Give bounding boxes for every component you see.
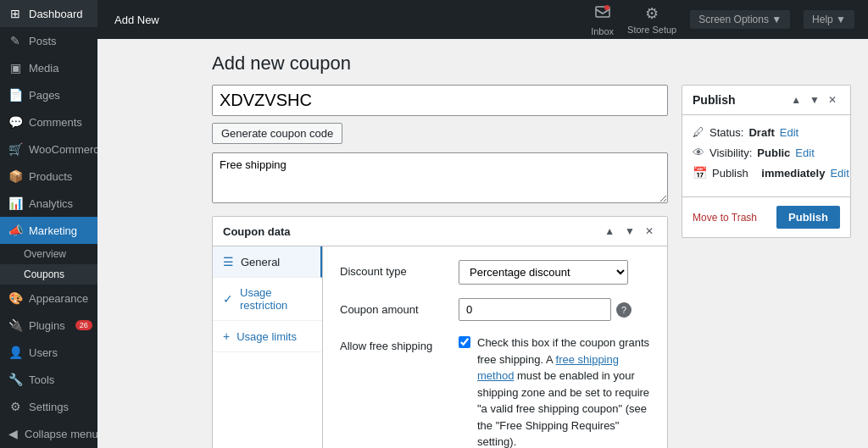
visibility-label: Visibility: [709, 147, 752, 159]
sidebar-item-posts[interactable]: ✎ Posts [0, 27, 97, 54]
sidebar-item-woocommerce[interactable]: 🛒 WooCommerce [0, 136, 97, 163]
publish-edit-link[interactable]: Edit [830, 167, 849, 180]
status-icon: 🖊 [693, 125, 704, 139]
marketing-icon: 📣 [8, 224, 22, 237]
sidebar-item-marketing[interactable]: 📣 Marketing [0, 217, 97, 244]
free-shipping-label: Allow free shipping [340, 335, 459, 352]
move-to-trash-link[interactable]: Move to Trash [693, 212, 757, 224]
analytics-icon: 📊 [8, 196, 22, 210]
description-textarea[interactable]: Free shipping [212, 152, 668, 203]
sidebar-item-label: Users [29, 346, 58, 359]
screen-options-button[interactable]: Screen Options ▼ [690, 10, 790, 29]
sidebar-item-label: Settings [29, 401, 69, 413]
store-setup-button[interactable]: ⚙ Store Setup [627, 4, 676, 35]
overview-label: Overview [24, 248, 66, 260]
tab-usage-restriction[interactable]: ✓ Usage restriction [213, 278, 322, 321]
usage-limits-icon: + [223, 329, 230, 343]
coupon-tabs: ☰ General ✓ Usage restriction + [213, 246, 323, 448]
appearance-icon: 🎨 [8, 291, 22, 305]
marketing-submenu: Overview Coupons [0, 244, 97, 285]
toggle-up-button[interactable]: ▲ [601, 224, 618, 239]
store-setup-icon: ⚙ [645, 4, 659, 23]
toggle-close-button[interactable]: ✕ [642, 224, 657, 239]
dashboard-icon: ⊞ [8, 7, 22, 20]
pages-icon: 📄 [8, 88, 22, 102]
inbox-button[interactable]: Inbox [591, 3, 614, 36]
sidebar-item-label: Appearance [29, 292, 88, 305]
free-shipping-row: Allow free shipping Check this box if th… [340, 335, 650, 448]
sidebar-item-label: Media [29, 62, 58, 75]
publish-toggle-down[interactable]: ▼ [806, 92, 823, 108]
sidebar-item-tools[interactable]: 🔧 Tools [0, 366, 97, 393]
usage-restriction-link[interactable]: Usage restriction [240, 286, 312, 312]
sidebar: ⊞ Dashboard ✎ Posts ▣ Media 📄 Pages 💬 Co… [0, 0, 97, 448]
status-edit-link[interactable]: Edit [780, 126, 798, 139]
discount-type-row: Discount type Percentage discount Fixed … [340, 260, 650, 285]
general-tab-icon: ☰ [223, 255, 234, 268]
discount-type-label: Discount type [340, 260, 459, 278]
sidebar-item-label: Comments [29, 116, 82, 129]
tab-general[interactable]: ☰ General [213, 246, 322, 278]
visibility-value: Public [757, 147, 790, 159]
publish-label: Publish [712, 167, 748, 180]
content-main: Generate coupon code Free shipping Coupo… [212, 85, 668, 448]
sidebar-item-plugins[interactable]: 🔌 Plugins 26 [0, 312, 97, 339]
publish-body: 🖊 Status: Draft Edit 👁 Visibility: Publi… [682, 115, 850, 196]
add-new-label: Add New [114, 14, 159, 26]
inbox-wrapper: Inbox [591, 3, 614, 36]
publish-toggle-up[interactable]: ▲ [787, 92, 804, 108]
settings-icon: ⚙ [8, 400, 22, 413]
publish-visibility-row: 👁 Visibility: Public Edit [693, 146, 840, 159]
tools-icon: 🔧 [8, 373, 22, 386]
publish-box-title: Publish [693, 93, 736, 107]
sidebar-item-collapse[interactable]: ◀ Collapse menu [0, 420, 97, 447]
sidebar-item-products[interactable]: 📦 Products [0, 163, 97, 190]
sidebar-item-appearance[interactable]: 🎨 Appearance [0, 285, 97, 312]
sidebar-item-label: Dashboard [29, 8, 83, 20]
free-shipping-check-row: Check this box if the coupon grants free… [459, 335, 650, 448]
sidebar-item-media[interactable]: ▣ Media [0, 54, 97, 81]
sidebar-item-pages[interactable]: 📄 Pages [0, 81, 97, 108]
coupon-data-box: Coupon data ▲ ▼ ✕ ☰ General [212, 216, 668, 448]
sidebar-item-label: Tools [29, 373, 54, 386]
sidebar-item-coupons[interactable]: Coupons [0, 264, 97, 285]
help-button[interactable]: Help ▼ [804, 10, 854, 29]
free-shipping-control: Check this box if the coupon grants free… [459, 335, 650, 448]
page-title: Add new coupon [212, 53, 851, 75]
visibility-edit-link[interactable]: Edit [795, 147, 814, 159]
publish-header: Publish ▲ ▼ ✕ [682, 86, 850, 115]
plugins-badge: 26 [75, 320, 92, 330]
coupon-code-input[interactable] [212, 85, 668, 116]
sidebar-item-overview[interactable]: Overview [0, 244, 97, 264]
visibility-icon: 👁 [693, 146, 704, 159]
topbar-add-new: Add New [114, 14, 159, 26]
sidebar-item-label: Collapse menu [25, 428, 97, 440]
sidebar-item-analytics[interactable]: 📊 Analytics [0, 190, 97, 217]
publish-toggle-close[interactable]: ✕ [825, 92, 840, 108]
store-setup-label: Store Setup [627, 25, 676, 35]
sidebar-item-comments[interactable]: 💬 Comments [0, 108, 97, 136]
sidebar-item-dashboard[interactable]: ⊞ Dashboard [0, 0, 97, 27]
topbar: Add New Inbox ⚙ Store Setup Screen Optio… [97, 0, 868, 39]
usage-limits-link[interactable]: Usage limits [236, 330, 297, 343]
sidebar-item-users[interactable]: 👤 Users [0, 339, 97, 366]
calendar-icon: 📅 [693, 166, 707, 180]
posts-icon: ✎ [8, 34, 22, 47]
toggle-down-button[interactable]: ▼ [621, 224, 638, 239]
publish-button[interactable]: Publish [776, 206, 840, 229]
inbox-icon [594, 3, 611, 25]
discount-type-select[interactable]: Percentage discount Fixed cart discount … [459, 260, 628, 285]
plugins-icon: 🔌 [8, 318, 22, 332]
coupon-amount-help-icon[interactable]: ? [616, 302, 632, 318]
sidebar-item-label: Products [29, 170, 72, 183]
publish-time-row: 📅 Publish immediately Edit [693, 166, 840, 180]
free-shipping-checkbox[interactable] [459, 336, 470, 348]
generate-coupon-button[interactable]: Generate coupon code [212, 123, 342, 144]
coupon-amount-input[interactable] [459, 298, 611, 321]
usage-limits-label: Usage limits [236, 330, 297, 343]
sidebar-item-settings[interactable]: ⚙ Settings [0, 393, 97, 420]
coupon-general-panel: Discount type Percentage discount Fixed … [323, 246, 667, 448]
products-icon: 📦 [8, 169, 22, 183]
general-tab-label: General [241, 256, 280, 268]
tab-usage-limits[interactable]: + Usage limits [213, 321, 322, 352]
